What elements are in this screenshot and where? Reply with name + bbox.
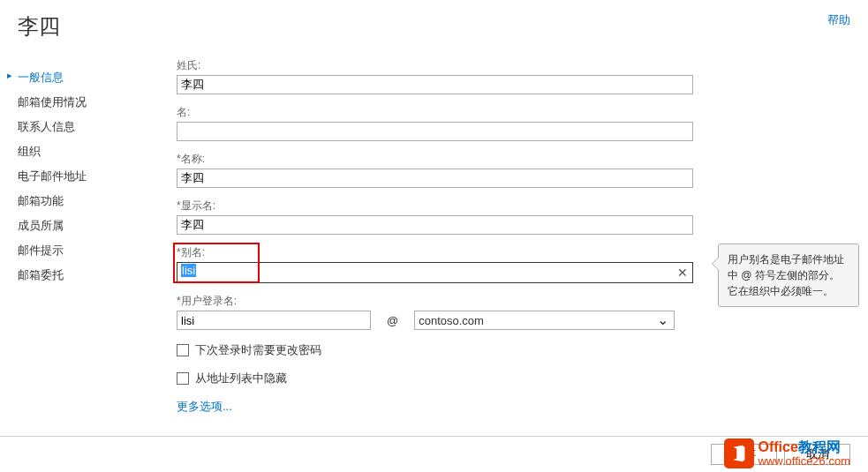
alias-label: *别名:	[177, 245, 706, 260]
alias-tooltip: 用户别名是电子邮件地址中 @ 符号左侧的部分。它在组织中必须唯一。	[718, 243, 859, 307]
cancel-button[interactable]: 取消	[784, 444, 850, 465]
checkbox-label: 从地址列表中隐藏	[195, 371, 287, 386]
footer: 保存 取消	[0, 436, 868, 472]
firstname-input[interactable]	[177, 122, 693, 141]
clear-icon[interactable]: ✕	[677, 266, 688, 280]
checkbox-change-password[interactable]: 下次登录时需要更改密码	[177, 342, 706, 358]
name-label: *名称:	[177, 152, 706, 167]
lastname-input[interactable]	[177, 75, 693, 94]
sidebar-item-organization[interactable]: 组织	[18, 139, 150, 164]
checkbox-icon[interactable]	[177, 372, 189, 385]
sidebar-item-contact[interactable]: 联系人信息	[18, 115, 150, 139]
firstname-label: 名:	[177, 105, 706, 120]
sidebar-item-mailtip[interactable]: 邮件提示	[18, 238, 150, 263]
lastname-label: 姓氏:	[177, 58, 706, 73]
page-title: 李四	[18, 12, 60, 41]
upn-input[interactable]	[177, 311, 371, 330]
checkbox-icon[interactable]	[177, 344, 189, 356]
at-sign: @	[387, 314, 398, 327]
sidebar-item-delegation[interactable]: 邮箱委托	[18, 263, 150, 288]
displayname-label: *显示名:	[177, 199, 706, 214]
alias-input[interactable]: lisi	[177, 262, 693, 283]
sidebar-item-general[interactable]: 一般信息	[18, 65, 150, 90]
upn-label: *用户登录名:	[177, 294, 706, 309]
form-area: 姓氏: 名: *名称: *显示名: *别名: lisi ✕ *用户登录名:	[177, 49, 706, 415]
checkbox-label: 下次登录时需要更改密码	[195, 342, 321, 358]
domain-select[interactable]: contoso.com	[414, 311, 675, 330]
displayname-input[interactable]	[177, 215, 693, 235]
sidebar-item-mailbox-features[interactable]: 邮箱功能	[18, 189, 150, 214]
checkbox-hide-from-gal[interactable]: 从地址列表中隐藏	[177, 371, 706, 386]
sidebar-item-member-of[interactable]: 成员所属	[18, 214, 150, 238]
sidebar: 一般信息 邮箱使用情况 联系人信息 组织 电子邮件地址 邮箱功能 成员所属 邮件…	[18, 49, 150, 415]
save-button[interactable]: 保存	[711, 444, 777, 465]
sidebar-item-mailbox-usage[interactable]: 邮箱使用情况	[18, 90, 150, 115]
help-link[interactable]: 帮助	[827, 12, 850, 28]
more-options-link[interactable]: 更多选项...	[177, 399, 232, 415]
name-input[interactable]	[177, 169, 693, 188]
sidebar-item-email-address[interactable]: 电子邮件地址	[18, 164, 150, 189]
